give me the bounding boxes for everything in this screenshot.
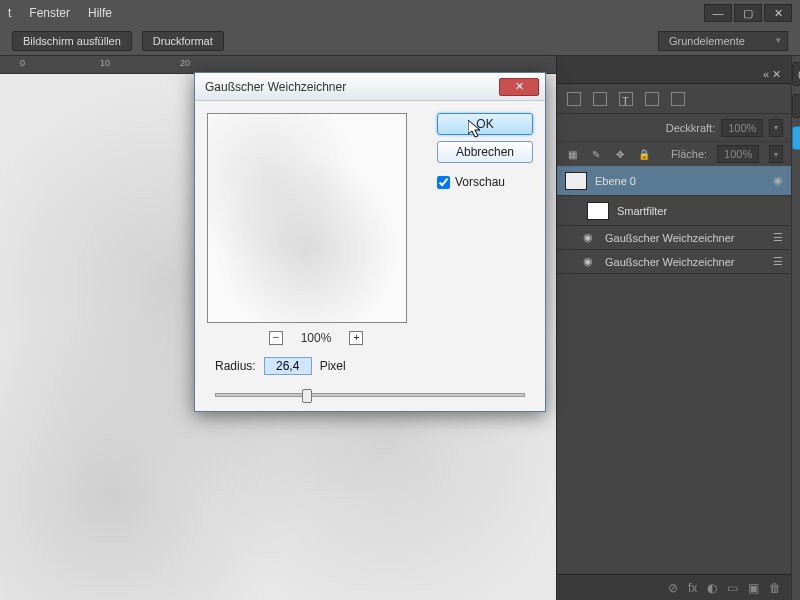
filter-text-icon[interactable] — [619, 92, 633, 106]
filter-preview[interactable] — [207, 113, 407, 323]
visibility-icon[interactable]: ◉ — [583, 255, 597, 268]
filter-image-icon[interactable] — [567, 92, 581, 106]
visibility-icon[interactable]: ◉ — [583, 231, 597, 244]
opacity-dropdown[interactable]: ▾ — [769, 119, 783, 137]
filter-settings-icon[interactable]: ☰ — [773, 255, 783, 268]
minimize-button[interactable]: — — [704, 4, 732, 22]
dialog-title: Gaußscher Weichzeichner — [205, 80, 346, 94]
filter-entry-2[interactable]: ◉ Gaußscher Weichzeichner ☰ — [557, 250, 791, 274]
new-layer-icon[interactable]: ▣ — [748, 581, 759, 595]
close-window-button[interactable]: ✕ — [764, 4, 792, 22]
zoom-out-button[interactable]: − — [269, 331, 283, 345]
strip-panel-icon[interactable]: ◯ — [792, 62, 800, 86]
ruler-tick: 10 — [100, 58, 110, 68]
zoom-in-button[interactable]: + — [349, 331, 363, 345]
layer-name: Ebene 0 — [595, 175, 636, 187]
dialog-titlebar[interactable]: Gaußscher Weichzeichner ✕ — [195, 73, 545, 101]
fill-dropdown[interactable]: ▾ — [769, 145, 783, 163]
layers-panel: « ✕ Deckkraft: 100% ▾ ▦ ✎ ✥ 🔒 Fläche: — [557, 56, 791, 600]
filter-settings-icon[interactable]: ☰ — [773, 231, 783, 244]
filter-shape-icon[interactable] — [645, 92, 659, 106]
radius-label: Radius: — [215, 359, 256, 373]
dock-strip: ◯ ◫ — [791, 56, 800, 600]
trash-icon[interactable]: 🗑 — [769, 581, 781, 595]
workspace-dropdown[interactable]: Grundelemente — [658, 31, 788, 51]
zoom-controls: − 100% + — [207, 331, 425, 345]
menu-item-hilfe[interactable]: Hilfe — [88, 6, 112, 20]
smartfilter-row[interactable]: Smartfilter — [557, 196, 791, 226]
filter-smart-icon[interactable] — [671, 92, 685, 106]
lock-brush-icon[interactable]: ✎ — [589, 147, 603, 161]
lock-all-icon[interactable]: 🔒 — [637, 147, 651, 161]
filter-name: Gaußscher Weichzeichner — [605, 232, 734, 244]
gaussian-blur-dialog: Gaußscher Weichzeichner ✕ − 100% + OK Ab… — [194, 72, 546, 412]
menu-item-fenster[interactable]: Fenster — [29, 6, 70, 20]
radius-slider[interactable] — [215, 393, 525, 397]
link-layers-icon[interactable]: ⊘ — [668, 581, 678, 595]
fill-value[interactable]: 100% — [717, 145, 759, 163]
print-format-button[interactable]: Druckformat — [142, 31, 224, 51]
filter-name: Gaußscher Weichzeichner — [605, 256, 734, 268]
menu-item[interactable]: t — [8, 6, 11, 20]
strip-panel-icon[interactable]: ◫ — [792, 94, 800, 118]
cancel-button[interactable]: Abbrechen — [437, 141, 533, 163]
fill-screen-button[interactable]: Bildschirm ausfüllen — [12, 31, 132, 51]
layer-row-ebene0[interactable]: Ebene 0 ◉ — [557, 166, 791, 196]
opacity-value[interactable]: 100% — [721, 119, 763, 137]
preview-checkbox[interactable] — [437, 176, 450, 189]
radius-row: Radius: Pixel — [195, 357, 545, 389]
radius-input[interactable] — [264, 357, 312, 375]
fill-label: Fläche: — [671, 148, 707, 160]
layer-thumbnail — [565, 172, 587, 190]
lock-pixels-icon[interactable]: ▦ — [565, 147, 579, 161]
adjustment-icon[interactable]: ▭ — [727, 581, 738, 595]
strip-panel-icon-active[interactable] — [792, 126, 800, 150]
filter-adjust-icon[interactable] — [593, 92, 607, 106]
ok-button[interactable]: OK — [437, 113, 533, 135]
preview-checkbox-row[interactable]: Vorschau — [437, 175, 533, 189]
layers-panel-footer: ⊘ fx ◐ ▭ ▣ 🗑 — [557, 574, 791, 600]
visibility-icon[interactable]: ◉ — [773, 174, 783, 187]
ruler-tick: 20 — [180, 58, 190, 68]
panel-filter-icons — [557, 84, 791, 114]
right-dock: « ✕ Deckkraft: 100% ▾ ▦ ✎ ✥ 🔒 Fläche: — [556, 56, 800, 600]
options-bar: Bildschirm ausfüllen Druckformat Grundel… — [0, 26, 800, 56]
lock-row: ▦ ✎ ✥ 🔒 Fläche: 100% ▾ — [557, 142, 791, 166]
zoom-value: 100% — [301, 331, 332, 345]
window-controls: — ▢ ✕ — [704, 4, 792, 22]
fx-icon[interactable]: fx — [688, 581, 697, 595]
lock-move-icon[interactable]: ✥ — [613, 147, 627, 161]
maximize-button[interactable]: ▢ — [734, 4, 762, 22]
menubar: t Fenster Hilfe — ▢ ✕ — [0, 0, 800, 26]
opacity-row: Deckkraft: 100% ▾ — [557, 114, 791, 142]
smartfilter-label: Smartfilter — [617, 205, 667, 217]
dialog-close-button[interactable]: ✕ — [499, 78, 539, 96]
radius-unit: Pixel — [320, 359, 346, 373]
filter-entry-1[interactable]: ◉ Gaußscher Weichzeichner ☰ — [557, 226, 791, 250]
ruler-tick: 0 — [20, 58, 25, 68]
panel-collapse[interactable]: « ✕ — [759, 66, 785, 83]
mask-icon[interactable]: ◐ — [707, 581, 717, 595]
preview-checkbox-label: Vorschau — [455, 175, 505, 189]
opacity-label: Deckkraft: — [666, 122, 716, 134]
smartfilter-thumb — [587, 202, 609, 220]
slider-knob[interactable] — [302, 389, 312, 403]
